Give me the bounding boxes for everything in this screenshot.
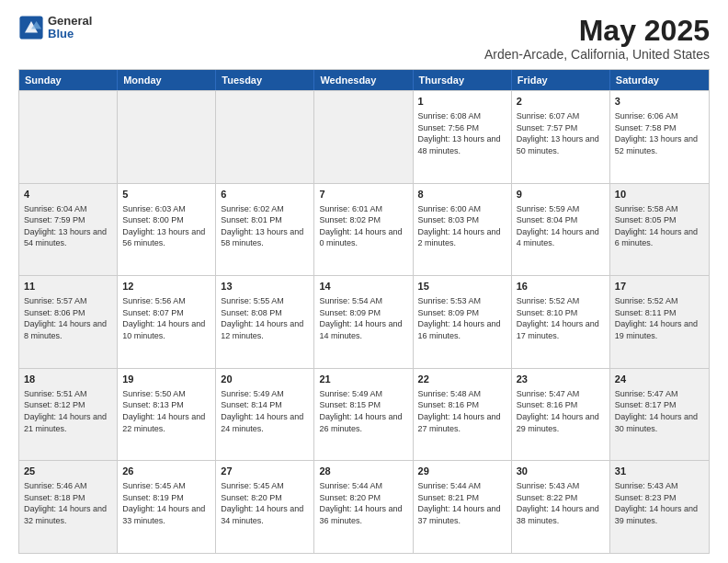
cell-day-number: 10: [615, 188, 704, 201]
cell-content: Sunrise: 6:03 AM Sunset: 8:00 PM Dayligh…: [122, 203, 210, 249]
logo-blue: Blue: [48, 28, 92, 40]
cell-day-number: 27: [221, 465, 309, 478]
calendar-cell-3-1: 11Sunrise: 5:57 AM Sunset: 8:06 PM Dayli…: [19, 276, 118, 368]
cell-day-number: 19: [122, 373, 210, 386]
cell-content: Sunrise: 5:50 AM Sunset: 8:13 PM Dayligh…: [122, 388, 210, 434]
header-tuesday: Tuesday: [216, 70, 314, 90]
calendar-cell-4-7: 24Sunrise: 5:47 AM Sunset: 8:17 PM Dayli…: [610, 369, 709, 461]
cell-content: Sunrise: 5:53 AM Sunset: 8:09 PM Dayligh…: [418, 295, 506, 341]
calendar-cell-1-7: 3Sunrise: 6:06 AM Sunset: 7:58 PM Daylig…: [610, 91, 709, 183]
calendar-row-4: 18Sunrise: 5:51 AM Sunset: 8:12 PM Dayli…: [19, 368, 709, 461]
cell-content: Sunrise: 6:00 AM Sunset: 8:03 PM Dayligh…: [418, 203, 506, 249]
calendar-cell-4-3: 20Sunrise: 5:49 AM Sunset: 8:14 PM Dayli…: [216, 369, 314, 461]
header-monday: Monday: [118, 70, 216, 90]
calendar-cell-1-1: [19, 91, 118, 183]
logo-text: General Blue: [48, 15, 92, 41]
calendar-cell-1-4: [314, 91, 413, 183]
cell-content: Sunrise: 5:48 AM Sunset: 8:16 PM Dayligh…: [418, 388, 506, 434]
cell-content: Sunrise: 6:01 AM Sunset: 8:02 PM Dayligh…: [319, 203, 407, 249]
header-thursday: Thursday: [414, 70, 512, 90]
cell-day-number: 9: [517, 188, 605, 201]
cell-content: Sunrise: 5:44 AM Sunset: 8:21 PM Dayligh…: [418, 480, 506, 526]
cell-day-number: 18: [24, 373, 112, 386]
title-block: May 2025 Arden-Arcade, California, Unite…: [484, 15, 710, 62]
calendar-cell-4-4: 21Sunrise: 5:49 AM Sunset: 8:15 PM Dayli…: [314, 369, 413, 461]
cell-content: Sunrise: 6:04 AM Sunset: 7:59 PM Dayligh…: [24, 203, 112, 249]
cell-day-number: 31: [615, 465, 704, 478]
cell-content: Sunrise: 5:47 AM Sunset: 8:17 PM Dayligh…: [615, 388, 704, 434]
calendar-cell-1-3: [216, 91, 314, 183]
header-friday: Friday: [512, 70, 610, 90]
calendar-cell-1-2: [118, 91, 216, 183]
cell-day-number: 1: [418, 95, 506, 109]
cell-content: Sunrise: 5:46 AM Sunset: 8:18 PM Dayligh…: [24, 480, 112, 526]
cell-content: Sunrise: 5:43 AM Sunset: 8:23 PM Dayligh…: [615, 480, 704, 526]
cell-content: Sunrise: 6:08 AM Sunset: 7:56 PM Dayligh…: [418, 110, 506, 156]
calendar-cell-2-5: 8Sunrise: 6:00 AM Sunset: 8:03 PM Daylig…: [414, 184, 512, 276]
calendar-cell-3-6: 16Sunrise: 5:52 AM Sunset: 8:10 PM Dayli…: [512, 276, 610, 368]
calendar-cell-1-5: 1Sunrise: 6:08 AM Sunset: 7:56 PM Daylig…: [414, 91, 512, 183]
cell-content: Sunrise: 5:45 AM Sunset: 8:19 PM Dayligh…: [122, 480, 210, 526]
cell-day-number: 30: [517, 465, 605, 478]
cell-content: Sunrise: 5:58 AM Sunset: 8:05 PM Dayligh…: [615, 203, 704, 249]
calendar-cell-2-4: 7Sunrise: 6:01 AM Sunset: 8:02 PM Daylig…: [314, 184, 413, 276]
calendar-cell-2-7: 10Sunrise: 5:58 AM Sunset: 8:05 PM Dayli…: [610, 184, 709, 276]
calendar-cell-1-6: 2Sunrise: 6:07 AM Sunset: 7:57 PM Daylig…: [512, 91, 610, 183]
cell-content: Sunrise: 5:49 AM Sunset: 8:14 PM Dayligh…: [221, 388, 309, 434]
calendar-cell-3-3: 13Sunrise: 5:55 AM Sunset: 8:08 PM Dayli…: [216, 276, 314, 368]
calendar-cell-5-3: 27Sunrise: 5:45 AM Sunset: 8:20 PM Dayli…: [216, 461, 314, 553]
cell-content: Sunrise: 6:06 AM Sunset: 7:58 PM Dayligh…: [615, 110, 704, 156]
logo-general: General: [48, 15, 92, 28]
header-saturday: Saturday: [610, 70, 709, 90]
calendar: Sunday Monday Tuesday Wednesday Thursday…: [18, 69, 710, 554]
page: General Blue May 2025 Arden-Arcade, Cali…: [0, 0, 728, 563]
calendar-row-1: 1Sunrise: 6:08 AM Sunset: 7:56 PM Daylig…: [19, 90, 709, 183]
cell-day-number: 23: [517, 373, 605, 386]
month-title: May 2025: [484, 15, 710, 47]
cell-content: Sunrise: 5:54 AM Sunset: 8:09 PM Dayligh…: [319, 295, 407, 341]
cell-day-number: 12: [122, 280, 210, 293]
calendar-row-2: 4Sunrise: 6:04 AM Sunset: 7:59 PM Daylig…: [19, 183, 709, 276]
header-sunday: Sunday: [19, 70, 118, 90]
cell-day-number: 13: [221, 280, 309, 293]
cell-content: Sunrise: 5:51 AM Sunset: 8:12 PM Dayligh…: [24, 388, 112, 434]
calendar-cell-4-5: 22Sunrise: 5:48 AM Sunset: 8:16 PM Dayli…: [414, 369, 512, 461]
cell-day-number: 8: [418, 188, 506, 201]
calendar-cell-2-3: 6Sunrise: 6:02 AM Sunset: 8:01 PM Daylig…: [216, 184, 314, 276]
calendar-cell-5-6: 30Sunrise: 5:43 AM Sunset: 8:22 PM Dayli…: [512, 461, 610, 553]
cell-content: Sunrise: 5:52 AM Sunset: 8:10 PM Dayligh…: [517, 295, 605, 341]
cell-day-number: 4: [24, 188, 112, 201]
calendar-cell-2-2: 5Sunrise: 6:03 AM Sunset: 8:00 PM Daylig…: [118, 184, 216, 276]
calendar-cell-3-7: 17Sunrise: 5:52 AM Sunset: 8:11 PM Dayli…: [610, 276, 709, 368]
cell-day-number: 16: [517, 280, 605, 293]
cell-content: Sunrise: 5:56 AM Sunset: 8:07 PM Dayligh…: [122, 295, 210, 341]
calendar-cell-2-1: 4Sunrise: 6:04 AM Sunset: 7:59 PM Daylig…: [19, 184, 118, 276]
calendar-cell-3-5: 15Sunrise: 5:53 AM Sunset: 8:09 PM Dayli…: [414, 276, 512, 368]
cell-content: Sunrise: 6:02 AM Sunset: 8:01 PM Dayligh…: [221, 203, 309, 249]
logo-icon: [18, 15, 44, 40]
header: General Blue May 2025 Arden-Arcade, Cali…: [18, 15, 710, 62]
cell-content: Sunrise: 5:59 AM Sunset: 8:04 PM Dayligh…: [517, 203, 605, 249]
cell-day-number: 29: [418, 465, 506, 478]
cell-content: Sunrise: 5:57 AM Sunset: 8:06 PM Dayligh…: [24, 295, 112, 341]
cell-day-number: 14: [319, 280, 407, 293]
cell-day-number: 2: [517, 95, 605, 109]
cell-content: Sunrise: 5:47 AM Sunset: 8:16 PM Dayligh…: [517, 388, 605, 434]
cell-content: Sunrise: 5:52 AM Sunset: 8:11 PM Dayligh…: [615, 295, 704, 341]
cell-day-number: 3: [615, 95, 704, 109]
cell-content: Sunrise: 6:07 AM Sunset: 7:57 PM Dayligh…: [517, 110, 605, 156]
header-wednesday: Wednesday: [314, 70, 413, 90]
cell-content: Sunrise: 5:49 AM Sunset: 8:15 PM Dayligh…: [319, 388, 407, 434]
calendar-cell-5-1: 25Sunrise: 5:46 AM Sunset: 8:18 PM Dayli…: [19, 461, 118, 553]
cell-content: Sunrise: 5:45 AM Sunset: 8:20 PM Dayligh…: [221, 480, 309, 526]
cell-day-number: 5: [122, 188, 210, 201]
cell-day-number: 7: [319, 188, 407, 201]
calendar-cell-3-4: 14Sunrise: 5:54 AM Sunset: 8:09 PM Dayli…: [314, 276, 413, 368]
cell-day-number: 6: [221, 188, 309, 201]
cell-day-number: 22: [418, 373, 506, 386]
calendar-cell-5-7: 31Sunrise: 5:43 AM Sunset: 8:23 PM Dayli…: [610, 461, 709, 553]
calendar-cell-3-2: 12Sunrise: 5:56 AM Sunset: 8:07 PM Dayli…: [118, 276, 216, 368]
cell-day-number: 26: [122, 465, 210, 478]
calendar-cell-5-5: 29Sunrise: 5:44 AM Sunset: 8:21 PM Dayli…: [414, 461, 512, 553]
cell-day-number: 28: [319, 465, 407, 478]
